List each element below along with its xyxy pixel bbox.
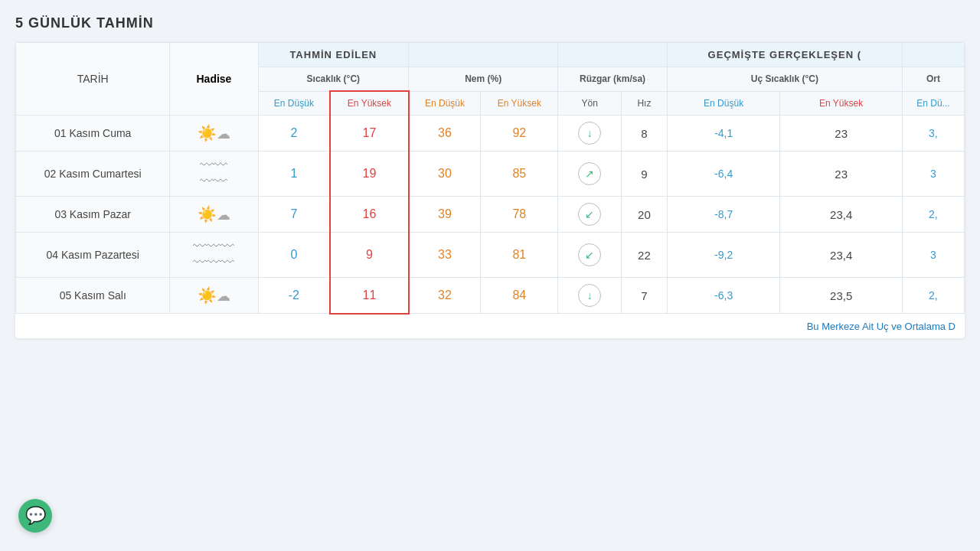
sicaklik-en-dusuk-cell: 2 <box>258 116 330 152</box>
hiz-cell: 20 <box>622 197 668 233</box>
nem-en-yuksek-cell: 92 <box>481 116 558 152</box>
uc-en-yuksek-cell: 23 <box>780 116 902 152</box>
ort-cell: 2, <box>902 278 964 314</box>
table-row: 02 Kasım Cumartesi〰〰〰〰1193085↗9-6,4233 <box>16 152 965 197</box>
uc-en-yuksek-header: En Yüksek <box>780 91 902 116</box>
nem-en-yuksek-cell: 85 <box>481 152 558 197</box>
nem-en-dusuk-cell: 39 <box>409 197 481 233</box>
hadise-cell: ☀️☁ <box>170 197 258 233</box>
yon-cell: ↙ <box>558 197 622 233</box>
nem-en-yuksek-cell: 84 <box>481 278 558 314</box>
tarih-cell: 02 Kasım Cumartesi <box>16 152 170 197</box>
ort-section <box>902 43 964 67</box>
sicaklik-en-dusuk-cell: 0 <box>258 233 330 278</box>
uc-en-dusuk-cell: -4,1 <box>667 116 780 152</box>
hiz-cell: 7 <box>622 278 668 314</box>
nem-en-dusuk-cell: 36 <box>409 116 481 152</box>
nem-en-yuksek-cell: 78 <box>481 197 558 233</box>
sicaklik-en-dusuk-header: En Düşük <box>258 91 330 116</box>
ruzgar-section <box>558 43 667 67</box>
uc-sicaklik-group: Uç Sıcaklık (°C) <box>667 67 902 92</box>
table-row: 03 Kasım Pazar☀️☁7163978↙20-8,723,42, <box>16 197 965 233</box>
sicaklik-en-yuksek-cell: 17 <box>330 116 408 152</box>
sicaklik-en-dusuk-cell: 1 <box>258 152 330 197</box>
sicaklik-en-yuksek-cell: 9 <box>330 233 408 278</box>
tarih-cell: 01 Kasım Cuma <box>16 116 170 152</box>
nem-en-dusuk-cell: 33 <box>409 233 481 278</box>
sicaklik-en-yuksek-cell: 19 <box>330 152 408 197</box>
sicaklik-en-yuksek-cell: 11 <box>330 278 408 314</box>
hiz-cell: 22 <box>622 233 668 278</box>
table-row: 04 Kasım Pazartesi〰〰〰〰〰〰093381↙22-9,223,… <box>16 233 965 278</box>
uc-en-yuksek-cell: 23,4 <box>780 233 902 278</box>
nem-en-yuksek-header: En Yüksek <box>481 91 558 116</box>
sicaklik-en-dusuk-cell: 7 <box>258 197 330 233</box>
hadise-cell: ☀️☁ <box>170 278 258 314</box>
sicaklik-en-yuksek-cell: 16 <box>330 197 408 233</box>
hiz-cell: 8 <box>622 116 668 152</box>
yon-cell: ↓ <box>558 116 622 152</box>
uc-en-dusuk-cell: -9,2 <box>667 233 780 278</box>
footer-link[interactable]: Bu Merkeze Ait Uç ve Ortalama D <box>15 315 965 338</box>
nem-en-dusuk-header: En Düşük <box>409 91 481 116</box>
sicaklik-en-yuksek-header: En Yüksek <box>330 91 408 116</box>
nem-group: Nem (%) <box>409 67 558 92</box>
yon-cell: ↙ <box>558 233 622 278</box>
ort-cell: 3 <box>902 233 964 278</box>
nem-en-yuksek-cell: 81 <box>481 233 558 278</box>
ort-cell: 2, <box>902 197 964 233</box>
tarih-cell: 04 Kasım Pazartesi <box>16 233 170 278</box>
table-row: 01 Kasım Cuma☀️☁2173692↓8-4,1233, <box>16 116 965 152</box>
tarih-header: TARİH <box>16 43 170 116</box>
yon-cell: ↗ <box>558 152 622 197</box>
ort-group: Ort <box>902 67 964 92</box>
uc-en-dusuk-cell: -6,3 <box>667 278 780 314</box>
hadise-header: Hadise <box>170 43 258 116</box>
yon-header: Yön <box>558 91 622 116</box>
uc-en-yuksek-cell: 23,5 <box>780 278 902 314</box>
uc-en-dusuk-cell: -8,7 <box>667 197 780 233</box>
ort-cell: 3 <box>902 152 964 197</box>
ort-en-du-header: En Dü... <box>902 91 964 116</box>
page-title: 5 GÜNLÜK TAHMİN <box>15 15 965 31</box>
nem-en-dusuk-cell: 30 <box>409 152 481 197</box>
uc-en-dusuk-cell: -6,4 <box>667 152 780 197</box>
sicaklik-group: Sıcaklık (°C) <box>258 67 409 92</box>
tarih-cell: 05 Kasım Salı <box>16 278 170 314</box>
ruzgar-group: Rüzgar (km/sa) <box>558 67 667 92</box>
nem-section <box>409 43 558 67</box>
forecast-table-wrapper: TARİH Hadise TAHMİN EDİLEN GEÇMİŞTE GERÇ… <box>15 42 965 338</box>
tahmin-header: TAHMİN EDİLEN <box>258 43 409 67</box>
hiz-cell: 9 <box>622 152 668 197</box>
hiz-header: Hız <box>622 91 668 116</box>
table-row: 05 Kasım Salı☀️☁-2113284↓7-6,323,52, <box>16 278 965 314</box>
hadise-cell: 〰〰〰〰 <box>170 152 258 197</box>
ort-cell: 3, <box>902 116 964 152</box>
uc-en-yuksek-cell: 23,4 <box>780 197 902 233</box>
gecmiste-header: GEÇMİŞTE GERÇEKLEŞEN ( <box>667 43 902 67</box>
hadise-cell: ☀️☁ <box>170 116 258 152</box>
nem-en-dusuk-cell: 32 <box>409 278 481 314</box>
forecast-table: TARİH Hadise TAHMİN EDİLEN GEÇMİŞTE GERÇ… <box>15 42 965 315</box>
yon-cell: ↓ <box>558 278 622 314</box>
uc-en-yuksek-cell: 23 <box>780 152 902 197</box>
tarih-cell: 03 Kasım Pazar <box>16 197 170 233</box>
uc-en-dusuk-header: En Düşük <box>667 91 780 116</box>
sicaklik-en-dusuk-cell: -2 <box>258 278 330 314</box>
hadise-cell: 〰〰〰〰〰〰 <box>170 233 258 278</box>
